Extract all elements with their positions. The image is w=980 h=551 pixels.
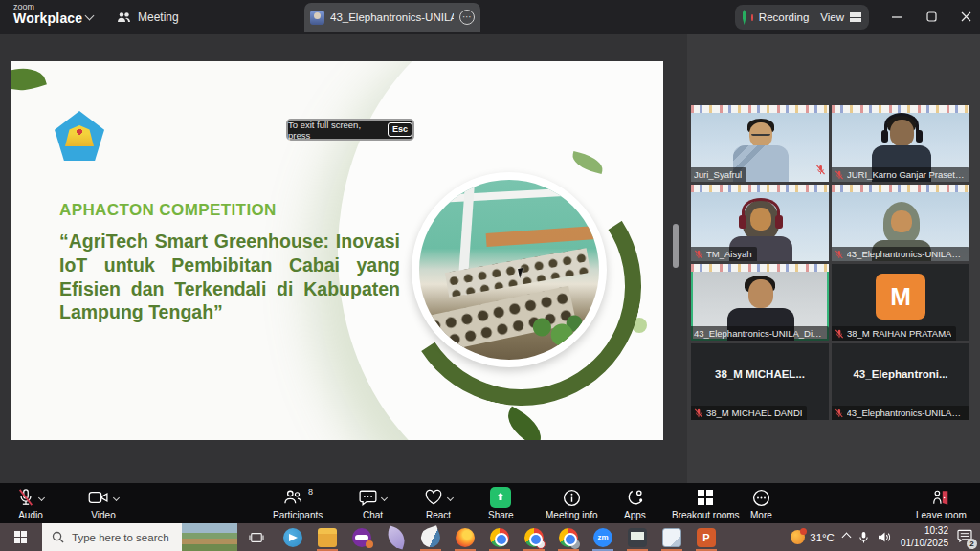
participants-button[interactable]: 8 Participants	[273, 487, 323, 520]
muted-mic-icon	[835, 408, 844, 418]
participant-avatar-icon	[310, 11, 324, 25]
react-button[interactable]: React	[424, 487, 453, 520]
video-tile-camera-off[interactable]: M 38_M RAIHAN PRATAMA	[832, 264, 969, 341]
virtual-background-banner	[691, 185, 829, 192]
video-tile[interactable]: Juri_Syafrul	[691, 105, 829, 182]
search-icon	[52, 531, 64, 543]
view-grid-icon[interactable]	[850, 12, 861, 22]
leave-door-icon	[931, 489, 950, 507]
task-view-button[interactable]	[237, 523, 276, 551]
tab-options-icon[interactable]: ⋯	[459, 10, 475, 25]
apps-icon	[626, 489, 644, 507]
weather-widget[interactable]: 31°C	[791, 530, 835, 544]
windows-logo-icon	[14, 531, 28, 544]
presentation-slide: APHACTON COMPETITION “AgriTech Smart Gre…	[11, 61, 663, 440]
tray-expand-chevron-icon[interactable]	[841, 533, 851, 542]
tab-active-meeting[interactable]: 43_Elephantronics-UNILA_Dimas ⋯	[304, 3, 480, 32]
virtual-background-banner	[691, 264, 829, 272]
chevron-down-icon[interactable]	[85, 11, 95, 21]
recording-label: Recording	[759, 11, 809, 23]
meeting-toolbar: Audio Video 8 Participants Chat	[0, 483, 980, 523]
badminton-app-icon[interactable]	[413, 523, 448, 551]
participant-name-tag: 43_Elephantronics-UNILA_A...	[832, 406, 969, 420]
video-tile[interactable]: TM_Aisyah	[691, 185, 829, 261]
notepad-icon[interactable]	[655, 523, 689, 551]
breakout-rooms-button[interactable]: Breakout rooms	[672, 487, 740, 520]
chat-bubble-icon	[359, 489, 377, 506]
brand-workplace-text: Workplace	[13, 11, 82, 25]
muted-mic-icon	[835, 250, 844, 259]
chrome-profile2-icon[interactable]	[517, 523, 551, 551]
feather-app-icon[interactable]	[379, 523, 413, 551]
taskbar-clock[interactable]: 10:32 01/10/2025	[901, 525, 948, 549]
maximize-button[interactable]	[915, 0, 947, 33]
participant-name-tag: JURI_Karno Ganjar Prasetyo	[832, 167, 969, 182]
participant-name-tag: TM_Aisyah	[691, 247, 757, 261]
share-button[interactable]: Share	[488, 487, 514, 520]
video-tile-camera-off[interactable]: 38_M MICHAEL... 38_M MICHAEL DANDI	[691, 343, 829, 420]
participant-name-tag: 43_Elephantronics-UNILA_A...	[832, 247, 969, 261]
chat-button[interactable]: Chat	[359, 487, 387, 520]
title-bar: zoom Workplace Meeting 43_Elephantronics…	[0, 0, 980, 34]
media-app-icon[interactable]	[345, 523, 379, 551]
video-options-chevron-icon[interactable]	[113, 494, 120, 500]
recording-dot-icon	[751, 14, 753, 21]
capture-app-icon[interactable]	[620, 523, 655, 551]
more-button[interactable]: More	[750, 487, 772, 520]
fullscreen-exit-tooltip: To exit full screen, press Esc	[286, 119, 414, 141]
muted-mic-icon	[835, 170, 844, 180]
tab-meeting[interactable]: Meeting	[117, 6, 179, 29]
muted-mic-icon	[694, 250, 703, 259]
chrome-icon[interactable]	[482, 523, 517, 551]
chat-options-chevron-icon[interactable]	[381, 494, 388, 500]
zoom-workplace-brand: zoom Workplace	[13, 3, 82, 25]
active-tab-label: 43_Elephantronics-UNILA_Dimas	[330, 11, 454, 23]
leave-room-button[interactable]: Leave room	[916, 487, 967, 520]
start-button[interactable]	[0, 523, 42, 551]
greenhouse-photo	[419, 180, 599, 360]
notification-count-badge: 2	[967, 539, 977, 549]
close-button[interactable]	[949, 0, 980, 33]
view-button-label[interactable]: View	[820, 11, 844, 23]
taskbar-search[interactable]: Type here to search	[42, 523, 237, 551]
minimize-button[interactable]	[880, 0, 913, 33]
participants-video-panel: Juri_Syafrul JURI_Karno Ganjar Prasetyo	[691, 71, 970, 483]
zoom-app-icon[interactable]: zm	[586, 523, 620, 551]
audio-options-chevron-icon[interactable]	[38, 494, 45, 500]
tray-mic-icon[interactable]	[858, 531, 869, 544]
audio-button[interactable]: Audio	[17, 487, 44, 520]
virtual-background-banner	[832, 185, 969, 192]
virtual-background-banner	[832, 105, 969, 113]
temperature-label: 31°C	[810, 532, 835, 543]
action-center-button[interactable]: 2	[957, 529, 972, 546]
virtual-background-banner	[691, 105, 829, 113]
panel-resize-handle[interactable]	[673, 224, 679, 268]
video-tile-active-speaker[interactable]: 43_Elephantronics-UNILA_Dim...	[691, 264, 829, 341]
participant-name-tag: 43_Elephantronics-UNILA_Dim...	[691, 326, 829, 341]
breakout-rooms-grid-icon	[697, 489, 714, 506]
chrome-profile3-icon[interactable]	[551, 523, 586, 551]
slide-heading: APHACTON COMPETITION	[59, 201, 277, 220]
participant-center-name: 38_M MICHAEL...	[691, 368, 829, 380]
video-button[interactable]: Video	[88, 487, 119, 520]
file-explorer-icon[interactable]	[310, 523, 345, 551]
apps-button[interactable]: Apps	[624, 487, 646, 520]
tray-volume-icon[interactable]	[878, 531, 892, 543]
security-shield-icon[interactable]	[743, 10, 746, 25]
search-placeholder: Type here to search	[72, 532, 169, 543]
telegram-icon[interactable]	[276, 523, 310, 551]
meeting-info-button[interactable]: Meeting info	[546, 487, 597, 520]
heart-icon	[424, 489, 443, 506]
powerpoint-icon[interactable]: P	[689, 523, 724, 551]
clock-date: 01/10/2025	[901, 538, 948, 550]
video-tile-camera-off[interactable]: 43_Elephantroni... 43_Elephantronics-UNI…	[832, 343, 969, 420]
firefox-icon[interactable]	[448, 523, 482, 551]
muted-mic-icon	[815, 162, 826, 179]
search-highlight-image[interactable]	[182, 523, 237, 551]
slide-title-text: “AgriTech Smart Greenhouse: Inovasi IoT …	[59, 230, 400, 324]
react-options-chevron-icon[interactable]	[447, 494, 454, 500]
taskbar-pinned-apps: zm P	[276, 523, 724, 551]
video-tile[interactable]: 43_Elephantronics-UNILA_A...	[832, 185, 969, 261]
video-tile[interactable]: JURI_Karno Ganjar Prasetyo	[832, 105, 969, 182]
participant-name-tag: 38_M RAIHAN PRATAMA	[832, 326, 956, 341]
